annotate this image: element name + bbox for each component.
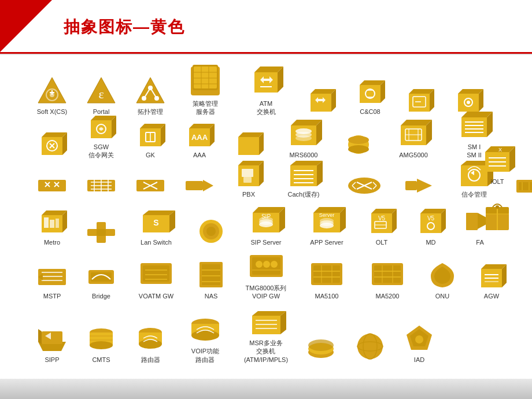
icon-agw: AGW (468, 260, 515, 300)
icon-iad: IAD (396, 323, 442, 364)
svg-point-219 (139, 339, 162, 349)
icon-radium8750: Radium 8750 (518, 252, 532, 301)
svg-marker-224 (252, 311, 286, 316)
svg-point-181 (256, 261, 263, 268)
svg-point-183 (271, 261, 278, 268)
svg-point-214 (90, 341, 113, 349)
footer (0, 379, 532, 399)
icon-iolt: X iOLT (474, 142, 520, 186)
icon-sgw: SGW 信令网关 (78, 112, 124, 160)
icon-nas: NAS (188, 260, 234, 300)
svg-point-222 (191, 330, 219, 341)
svg-rect-98 (243, 177, 252, 183)
svg-rect-97 (242, 169, 253, 177)
svg-rect-114 (519, 182, 532, 190)
icon-disk (298, 338, 344, 364)
svg-marker-93 (203, 180, 213, 191)
icon-pbx: PBX (226, 156, 272, 198)
icon-oval (335, 128, 382, 160)
svg-text:V5: V5 (427, 215, 435, 221)
svg-point-133 (206, 227, 216, 236)
icon-amg5000: AMG5000 (385, 115, 442, 159)
svg-point-237 (415, 335, 423, 343)
svg-text:V5: V5 (378, 215, 386, 221)
icon-cmts: CMTS (78, 324, 124, 364)
svg-point-140 (259, 217, 273, 223)
header-triangle (0, 0, 52, 52)
header-line (0, 52, 532, 54)
icon-right-box (474, 200, 520, 236)
svg-rect-126 (97, 229, 106, 236)
svg-marker-209 (38, 329, 42, 344)
icon-onu: ONU (419, 260, 466, 300)
svg-marker-57 (238, 137, 259, 155)
icon-tmg8000: TMG8000系列 VOIP GW (237, 252, 295, 301)
icon-lan-switch: S Lan Switch (127, 207, 185, 246)
svg-point-67 (348, 136, 369, 144)
header: 抽象图标—黄色 (0, 0, 532, 55)
icon-metro: Metro (29, 207, 75, 246)
svg-rect-92 (186, 181, 203, 190)
page-title: 抽象图标—黄色 (64, 16, 185, 38)
icon-flat-arrow (176, 175, 223, 198)
icon-sipp: SIPP (29, 326, 75, 364)
svg-point-232 (357, 334, 383, 359)
svg-point-68 (348, 145, 369, 153)
icon-olt: V5 OLT (359, 204, 405, 246)
icon-md: V5 MD (408, 204, 454, 246)
svg-point-65 (295, 135, 312, 141)
svg-point-231 (308, 339, 334, 351)
svg-point-182 (263, 261, 270, 268)
svg-marker-25 (360, 85, 380, 103)
icon-circle-x (335, 175, 393, 198)
icon-flat-arrow2 (396, 175, 442, 198)
svg-rect-13 (194, 66, 217, 88)
svg-rect-208 (42, 331, 62, 344)
svg-text:Server: Server (319, 212, 335, 218)
svg-rect-121 (44, 217, 49, 228)
svg-marker-69 (401, 125, 426, 145)
icon-gk: GK (127, 120, 173, 159)
svg-point-147 (320, 218, 334, 224)
svg-rect-123 (56, 219, 59, 228)
svg-rect-122 (50, 220, 54, 228)
icon-mrs6000: MRS6000 (275, 115, 332, 159)
icon-flat-net (78, 175, 124, 198)
icon-bridge: Bridge (78, 265, 124, 300)
icon-circle-cube (29, 128, 75, 160)
svg-rect-192 (374, 265, 401, 283)
icon-sphere (347, 331, 393, 364)
svg-marker-223 (252, 316, 280, 334)
content-area: Soft X(CS) ε Portal (0, 55, 532, 399)
icon-voip-router: VOIP功能 路由器 (176, 315, 234, 364)
icon-round (188, 215, 234, 246)
svg-text:AAA: AAA (191, 133, 208, 142)
icon-voatm: VOATM GW (127, 260, 185, 300)
icon-router: 路由器 (127, 323, 173, 364)
icon-flat-xx (29, 175, 75, 198)
svg-point-37 (467, 101, 470, 104)
svg-text:ε: ε (98, 87, 104, 101)
svg-rect-83 (38, 180, 66, 191)
svg-marker-19 (254, 72, 278, 93)
icon-ma5200: MA5200 (359, 260, 416, 300)
icon-cache: Cach(缓存) (275, 156, 332, 198)
svg-point-2 (50, 93, 54, 97)
icon-msr: MSR多业务 交换机 (ATM/IP/MPLS) (237, 306, 295, 364)
svg-rect-186 (313, 265, 340, 283)
svg-text:X: X (498, 147, 502, 153)
icon-flat-x (127, 175, 173, 198)
svg-text:S: S (153, 218, 158, 227)
icon-blank (226, 128, 272, 160)
icon-flat-cross (78, 221, 124, 246)
svg-point-249 (496, 205, 499, 209)
svg-rect-107 (405, 181, 417, 190)
svg-marker-108 (417, 179, 432, 193)
icon-app-server: Server APP Server (298, 202, 356, 246)
icon-aaa: AAA AAA (176, 120, 223, 159)
icon-mstp: MSTP (29, 265, 75, 300)
icon-sip-server: SIP SIP Server (237, 202, 295, 246)
svg-marker-76 (461, 117, 487, 137)
icon-ma5100: MA5100 (298, 260, 356, 300)
